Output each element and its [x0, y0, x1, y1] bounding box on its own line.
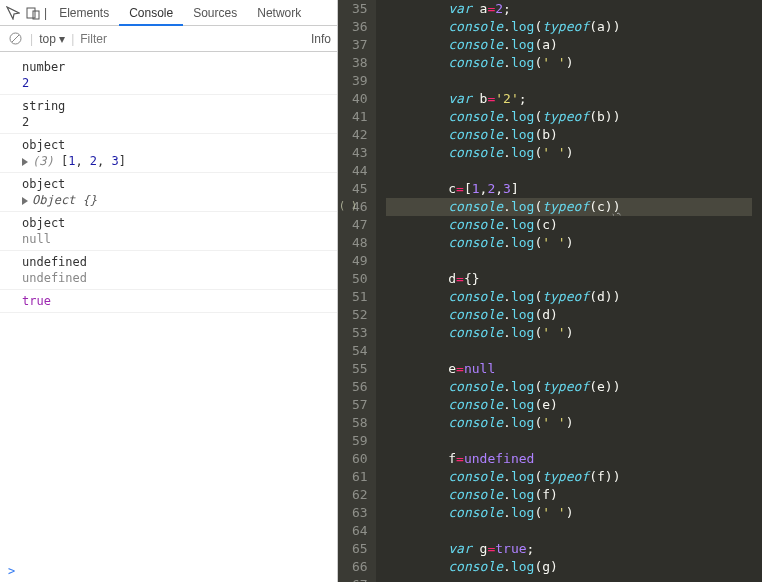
line-gutter: 353637383940414243444546( )4748495051525… [338, 0, 376, 582]
code-line[interactable] [386, 162, 752, 180]
code-line[interactable]: console.log(typeof(e)) [386, 378, 752, 396]
code-line[interactable]: console.log(typeof(b)) [386, 108, 752, 126]
code-line[interactable]: console.log(typeof(f)) [386, 468, 752, 486]
code-line[interactable] [386, 252, 752, 270]
chevron-right-icon [22, 158, 28, 166]
device-toggle-icon[interactable] [24, 4, 42, 22]
line-number: 54 [352, 342, 368, 360]
line-number: 63 [352, 504, 368, 522]
tab-sources[interactable]: Sources [183, 2, 247, 24]
inspect-icon[interactable] [4, 4, 22, 22]
line-number: 61 [352, 468, 368, 486]
code-line[interactable]: console.log(typeof(a)) [386, 18, 752, 36]
line-number: 35 [352, 0, 368, 18]
line-number: 45 [352, 180, 368, 198]
svg-line-3 [12, 35, 19, 42]
code-line[interactable]: console.log(c) [386, 216, 752, 234]
separator: | [44, 6, 47, 20]
line-number: 43 [352, 144, 368, 162]
line-number: 58 [352, 414, 368, 432]
code-line[interactable]: d={} [386, 270, 752, 288]
console-log-entry: undefinedundefined [0, 251, 337, 290]
svg-rect-0 [27, 8, 35, 18]
line-number: 42 [352, 126, 368, 144]
line-number: 36 [352, 18, 368, 36]
console-log-entry: object(3) [1, 2, 3] [0, 134, 337, 173]
devtools-tabbar: | ElementsConsoleSourcesNetwork [0, 0, 337, 26]
line-number: 53 [352, 324, 368, 342]
code-area[interactable]: var a=2; console.log(typeof(a)) console.… [376, 0, 762, 582]
code-line[interactable]: console.log(g) [386, 558, 752, 576]
line-number: 40 [352, 90, 368, 108]
console-log-entry: objectnull [0, 212, 337, 251]
loglevel-label[interactable]: Info [311, 32, 331, 46]
code-line[interactable]: var g=true; [386, 540, 752, 558]
tab-console[interactable]: Console [119, 2, 183, 26]
code-line[interactable] [386, 432, 752, 450]
code-line[interactable]: console.log(b) [386, 126, 752, 144]
code-line[interactable]: console.log(' ') [386, 324, 752, 342]
line-number: 57 [352, 396, 368, 414]
tab-elements[interactable]: Elements [49, 2, 119, 24]
line-number: 67 [352, 576, 368, 582]
line-number: 65 [352, 540, 368, 558]
console-log-entry: objectObject {} [0, 173, 337, 212]
clear-console-icon[interactable] [6, 30, 24, 48]
line-number: 49 [352, 252, 368, 270]
line-number: 50 [352, 270, 368, 288]
line-number: 66 [352, 558, 368, 576]
line-number: 47 [352, 216, 368, 234]
line-number: 41 [352, 108, 368, 126]
separator: | [71, 32, 74, 46]
context-selector[interactable]: top ▾ [39, 32, 65, 46]
devtools-panel: | ElementsConsoleSourcesNetwork | top ▾ … [0, 0, 338, 582]
tab-network[interactable]: Network [247, 2, 311, 24]
line-number: 38 [352, 54, 368, 72]
code-line[interactable]: console.log(typeof(d)) [386, 288, 752, 306]
code-editor[interactable]: 353637383940414243444546( )4748495051525… [338, 0, 762, 582]
line-number: 62 [352, 486, 368, 504]
code-line[interactable]: e=null [386, 360, 752, 378]
separator: | [30, 32, 33, 46]
line-number: 37 [352, 36, 368, 54]
line-number: 48 [352, 234, 368, 252]
code-line[interactable]: console.log(f) [386, 486, 752, 504]
code-line[interactable]: console.log(d) [386, 306, 752, 324]
code-line[interactable] [386, 522, 752, 540]
line-number: 56 [352, 378, 368, 396]
filter-input[interactable] [80, 32, 220, 46]
code-line[interactable]: console.log(' ') [386, 54, 752, 72]
code-line[interactable]: f=undefined [386, 450, 752, 468]
line-number: 64 [352, 522, 368, 540]
console-toolbar: | top ▾ | Info [0, 26, 337, 52]
line-number: 51 [352, 288, 368, 306]
code-line[interactable]: console.log(a) [386, 36, 752, 54]
code-line[interactable]: console.log(' ') [386, 504, 752, 522]
code-line[interactable]: console.log(' ') [386, 414, 752, 432]
line-number: 39 [352, 72, 368, 90]
expand-toggle[interactable]: Object {} [22, 192, 329, 208]
code-line[interactable] [386, 72, 752, 90]
code-line[interactable]: console.log(typeof(c)) [386, 198, 752, 216]
line-number: 52 [352, 306, 368, 324]
line-number: 59 [352, 432, 368, 450]
line-number: 44 [352, 162, 368, 180]
code-line[interactable]: c=[1,2,3] [386, 180, 752, 198]
console-log-entry: number2 [0, 56, 337, 95]
console-prompt[interactable]: > [0, 560, 337, 582]
line-number: 60 [352, 450, 368, 468]
line-number: 55 [352, 360, 368, 378]
code-line[interactable] [386, 342, 752, 360]
code-line[interactable]: var b='2'; [386, 90, 752, 108]
code-line[interactable]: console.log(e) [386, 396, 752, 414]
chevron-right-icon [22, 197, 28, 205]
console-log-entry: string2 [0, 95, 337, 134]
code-line[interactable] [386, 576, 752, 582]
breakpoint-marker-icon[interactable]: ( ) [339, 200, 357, 211]
code-line[interactable]: console.log(' ') [386, 144, 752, 162]
console-output[interactable]: number2string2object(3) [1, 2, 3]objectO… [0, 52, 337, 560]
expand-toggle[interactable]: (3) [1, 2, 3] [22, 153, 329, 169]
console-log-entry: true [0, 290, 337, 313]
code-line[interactable]: var a=2; [386, 0, 752, 18]
code-line[interactable]: console.log(' ') [386, 234, 752, 252]
